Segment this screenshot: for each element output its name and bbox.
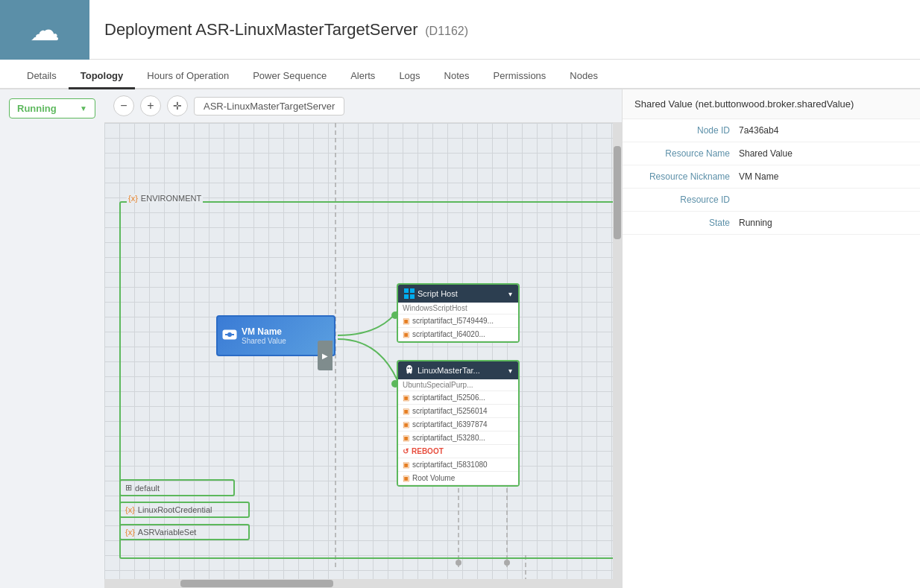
script-host-header: Script Host ▾ bbox=[398, 285, 518, 303]
root-volume-item: ▣ Root Volume bbox=[398, 472, 518, 485]
linux-host-subtitle: UbuntuSpecialPurp... bbox=[398, 379, 518, 391]
tab-logs[interactable]: Logs bbox=[387, 64, 432, 89]
right-panel-header: Shared Value (net.buttonwood.broker.shar… bbox=[623, 89, 920, 119]
script-artifact-2: ▣ scriptartifact_l64020... bbox=[398, 328, 518, 341]
volume-icon: ▣ bbox=[403, 474, 409, 482]
resource-id-label: Resource ID bbox=[634, 195, 739, 205]
linux-host-header: LinuxMasterTar... ▾ bbox=[398, 361, 518, 379]
tab-details[interactable]: Details bbox=[15, 64, 69, 89]
topology-area: − + ✛ ASR-LinuxMasterTargetServer bbox=[104, 89, 622, 588]
reboot-item: ↺ REBOOT bbox=[398, 445, 518, 458]
svg-point-18 bbox=[407, 370, 409, 374]
topology-canvas[interactable]: {x} ENVIRONMENT VM Name Shared Value bbox=[104, 123, 622, 588]
logo-box: ☁ bbox=[0, 0, 89, 60]
collapse-panel-button[interactable]: ▶ bbox=[318, 341, 333, 370]
script-host-subtitle: WindowsScriptHost bbox=[398, 303, 518, 314]
state-row: State Running bbox=[623, 212, 920, 235]
tab-hours-operation[interactable]: Hours of Operation bbox=[135, 64, 241, 89]
deployment-title: Deployment ASR-LinuxMasterTargetServer bbox=[104, 20, 418, 39]
svg-point-20 bbox=[408, 367, 409, 369]
script-host-chevron[interactable]: ▾ bbox=[508, 290, 512, 298]
artifact-icon-4: ▣ bbox=[403, 407, 409, 415]
artifact-icon-2: ▣ bbox=[403, 330, 409, 338]
node-id-label: Node ID bbox=[634, 125, 739, 136]
node-id-row: Node ID 7a436ab4 bbox=[623, 119, 920, 142]
artifact-icon-7: ▣ bbox=[403, 461, 409, 469]
tab-permissions[interactable]: Permissions bbox=[482, 64, 558, 89]
header-title: Deployment ASR-LinuxMasterTargetServer (… bbox=[104, 20, 468, 39]
linux-artifact-1: ▣ scriptartifact_l52506... bbox=[398, 391, 518, 405]
asr-var-group: {x} ASRVariableSet bbox=[119, 524, 250, 540]
topology-toolbar: − + ✛ ASR-LinuxMasterTargetServer bbox=[104, 89, 622, 123]
horizontal-scroll-thumb[interactable] bbox=[180, 580, 333, 587]
artifact-icon-6: ▣ bbox=[403, 434, 409, 442]
windows-icon bbox=[404, 288, 415, 299]
script-host-name: Script Host bbox=[418, 289, 458, 298]
vm-icon bbox=[222, 327, 237, 344]
reboot-icon: ↺ bbox=[403, 447, 409, 455]
artifact-icon-3: ▣ bbox=[403, 393, 409, 402]
zoom-in-button[interactable]: + bbox=[140, 95, 161, 116]
resource-name-value: Shared Value bbox=[739, 148, 793, 159]
svg-point-10 bbox=[227, 332, 232, 337]
environment-label: {x} ENVIRONMENT bbox=[127, 194, 203, 203]
cred-icon: {x} bbox=[125, 505, 135, 514]
vertical-scrollbar[interactable] bbox=[613, 123, 622, 588]
nav-tabs: Details Topology Hours of Operation Powe… bbox=[0, 60, 920, 89]
script-host-node[interactable]: Script Host ▾ WindowsScriptHost ▣ script… bbox=[397, 283, 520, 343]
svg-rect-16 bbox=[410, 294, 415, 299]
tab-alerts[interactable]: Alerts bbox=[338, 64, 387, 89]
node-id-value: 7a436ab4 bbox=[739, 125, 778, 136]
asr-var-label: {x} ASRVariableSet bbox=[121, 525, 248, 539]
default-label: ⊞ default bbox=[121, 481, 233, 495]
linux-artifact-4: ▣ scriptartifact_l53280... bbox=[398, 431, 518, 445]
svg-point-19 bbox=[410, 370, 412, 374]
resource-nickname-label: Resource Nickname bbox=[634, 171, 739, 182]
svg-rect-13 bbox=[404, 288, 409, 293]
tab-topology[interactable]: Topology bbox=[69, 64, 136, 89]
var-icon: {x} bbox=[125, 528, 135, 537]
linux-cred-group: {x} LinuxRootCredential bbox=[119, 502, 250, 518]
resource-nickname-value: VM Name bbox=[739, 171, 778, 182]
right-panel: Shared Value (net.buttonwood.broker.shar… bbox=[622, 89, 920, 588]
vm-name-text: VM Name Shared Value bbox=[242, 326, 286, 345]
breadcrumb-button[interactable]: ASR-LinuxMasterTargetServer bbox=[194, 97, 344, 116]
linux-artifact-2: ▣ scriptartifact_l5256014 bbox=[398, 405, 518, 418]
default-group: ⊞ default bbox=[119, 479, 235, 496]
linux-host-chevron[interactable]: ▾ bbox=[508, 367, 512, 375]
linux-host-node[interactable]: LinuxMasterTar... ▾ UbuntuSpecialPurp...… bbox=[397, 360, 520, 487]
linux-artifact-5: ▣ scriptartifact_l5831080 bbox=[398, 458, 518, 472]
resource-name-row: Resource Name Shared Value bbox=[623, 142, 920, 165]
state-label: State bbox=[634, 218, 739, 228]
vertical-scroll-thumb[interactable] bbox=[614, 146, 621, 239]
linux-icon bbox=[404, 365, 415, 376]
chevron-down-icon: ▼ bbox=[80, 104, 87, 113]
status-label: Running bbox=[17, 103, 57, 114]
resource-name-label: Resource Name bbox=[634, 148, 739, 159]
svg-point-21 bbox=[410, 367, 412, 369]
state-value: Running bbox=[739, 218, 772, 228]
horizontal-scrollbar[interactable] bbox=[104, 579, 613, 588]
grid-icon: ⊞ bbox=[125, 483, 132, 493]
svg-rect-14 bbox=[410, 288, 415, 293]
zoom-out-button[interactable]: − bbox=[113, 95, 134, 116]
left-sidebar: Running ▼ bbox=[0, 89, 104, 588]
cloud-icon: ☁ bbox=[30, 13, 60, 47]
move-button[interactable]: ✛ bbox=[167, 95, 188, 116]
tab-nodes[interactable]: Nodes bbox=[558, 64, 610, 89]
svg-rect-15 bbox=[404, 294, 409, 299]
tab-power-sequence[interactable]: Power Sequence bbox=[241, 64, 338, 89]
resource-id-row: Resource ID bbox=[623, 189, 920, 212]
header: ☁ Deployment ASR-LinuxMasterTargetServer… bbox=[0, 0, 920, 60]
linux-cred-label: {x} LinuxRootCredential bbox=[121, 503, 248, 516]
linux-artifact-3: ▣ scriptartifact_l6397874 bbox=[398, 418, 518, 431]
script-artifact-1: ▣ scriptartifact_l5749449... bbox=[398, 314, 518, 328]
script-host-title-area: Script Host bbox=[404, 288, 458, 299]
linux-host-name: LinuxMasterTar... bbox=[418, 366, 480, 375]
status-dropdown[interactable]: Running ▼ bbox=[9, 98, 95, 118]
artifact-icon-1: ▣ bbox=[403, 317, 409, 325]
deployment-id: (D1162) bbox=[425, 25, 468, 37]
tab-notes[interactable]: Notes bbox=[432, 64, 482, 89]
main-layout: Running ▼ − + ✛ ASR-LinuxMasterTargetSer… bbox=[0, 89, 920, 588]
artifact-icon-5: ▣ bbox=[403, 420, 409, 429]
